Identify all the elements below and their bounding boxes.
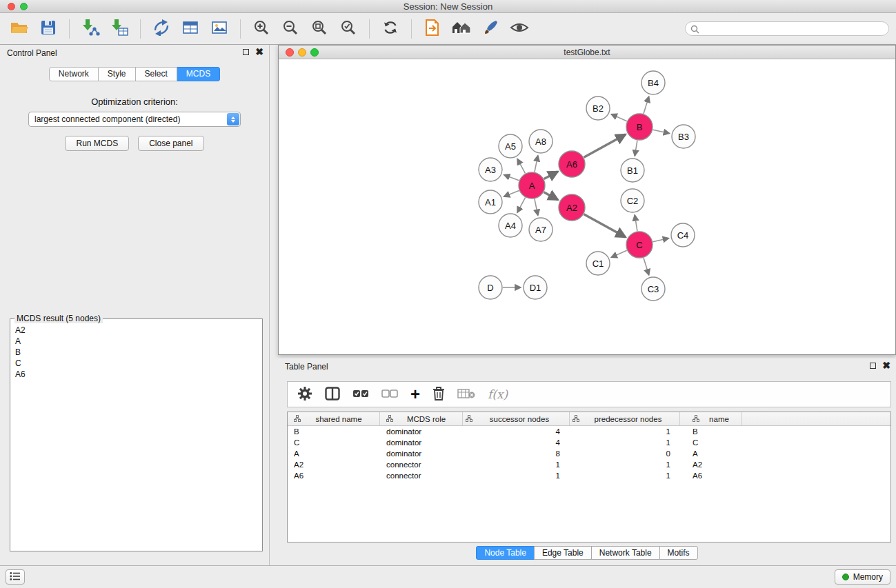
column-header-mcds-role[interactable]: MCDS role [380, 412, 463, 425]
edge-B-B1[interactable] [635, 141, 637, 156]
network-close-button[interactable] [286, 48, 294, 57]
tab-node-table[interactable]: Node Table [476, 546, 535, 560]
memory-button[interactable]: Memory [835, 569, 890, 585]
close-panel-icon[interactable]: ✖ [255, 48, 263, 56]
column-header-shared-name[interactable]: shared name [288, 412, 380, 425]
column-header-predecessor-nodes[interactable]: predecessor nodes [570, 412, 680, 425]
task-history-button[interactable] [6, 569, 25, 585]
graph-node-A[interactable]: A [519, 172, 545, 199]
import-network-button[interactable] [78, 17, 103, 41]
tab-style[interactable]: Style [99, 67, 136, 81]
close-panel-button[interactable]: Close panel [138, 136, 203, 151]
zoom-selected-button[interactable] [336, 17, 361, 41]
delete-column-button[interactable] [432, 384, 445, 405]
zoom-out-button[interactable] [278, 17, 303, 41]
table-row[interactable]: A6connector11A6 [288, 470, 890, 481]
export-image-button[interactable] [207, 17, 232, 41]
deselect-all-button[interactable] [381, 384, 398, 405]
graph-node-C[interactable]: C [626, 232, 653, 258]
float-table-panel-icon[interactable] [870, 363, 876, 369]
graph-node-A8[interactable]: A8 [529, 130, 552, 153]
edge-A-A4[interactable] [517, 198, 526, 213]
import-table-button[interactable] [107, 17, 132, 41]
column-header-successor-nodes[interactable]: successor nodes [463, 412, 570, 425]
graph-node-A6[interactable]: A6 [559, 151, 585, 177]
tab-select[interactable]: Select [136, 67, 177, 81]
delete-table-button[interactable] [457, 384, 475, 405]
refresh-button[interactable] [378, 17, 403, 41]
graph-node-D[interactable]: D [479, 276, 502, 299]
export-network-button[interactable] [149, 17, 174, 41]
edge-B-B2[interactable] [611, 114, 627, 121]
table-row[interactable]: Bdominator41B [288, 426, 890, 437]
home-view-button[interactable] [449, 17, 474, 41]
edge-C-C2[interactable] [635, 215, 637, 231]
graph-node-A7[interactable]: A7 [529, 218, 552, 241]
zoom-fit-button[interactable] [307, 17, 332, 41]
criterion-dropdown[interactable]: largest connected component (directed) [28, 112, 241, 127]
edge-A6-B[interactable] [584, 134, 626, 157]
table-row[interactable]: Cdominator41C [288, 437, 890, 448]
graph-node-A5[interactable]: A5 [499, 134, 522, 158]
edge-A-A8[interactable] [535, 156, 538, 172]
graph-node-B[interactable]: B [626, 114, 653, 140]
function-builder-button[interactable]: f(x) [488, 384, 508, 405]
edge-A-A2[interactable] [544, 192, 558, 200]
edge-B-B4[interactable] [644, 97, 649, 114]
graph-node-C3[interactable]: C3 [641, 277, 665, 301]
mcds-result-item[interactable]: A [12, 336, 261, 347]
close-table-panel-icon[interactable]: ✖ [882, 362, 890, 369]
graph-node-B2[interactable]: B2 [586, 97, 610, 120]
edge-C-C1[interactable] [611, 250, 627, 257]
tab-network[interactable]: Network [49, 67, 99, 81]
close-window-button[interactable] [8, 3, 15, 10]
search-input[interactable] [685, 21, 889, 36]
run-mcds-button[interactable]: Run MCDS [65, 136, 129, 151]
mcds-result-item[interactable]: A6 [12, 369, 261, 380]
graph-node-A4[interactable]: A4 [499, 214, 522, 237]
mcds-result-list[interactable]: A2ABCA6 [12, 325, 261, 549]
graph-node-D1[interactable]: D1 [524, 276, 547, 299]
edge-C-C3[interactable] [644, 258, 649, 275]
edge-A-A5[interactable] [517, 159, 525, 173]
select-all-button[interactable] [352, 384, 369, 405]
edge-A-A7[interactable] [535, 199, 538, 216]
edge-A-A3[interactable] [504, 175, 519, 181]
graph-node-B1[interactable]: B1 [621, 159, 644, 182]
graph-node-C2[interactable]: C2 [621, 189, 644, 212]
graph-node-C4[interactable]: C4 [671, 223, 695, 247]
network-zoom-button[interactable] [310, 48, 319, 57]
zoom-window-button[interactable] [20, 3, 28, 10]
first-neighbors-button[interactable] [420, 17, 445, 41]
graph-node-A2[interactable]: A2 [559, 194, 585, 221]
show-columns-button[interactable] [325, 384, 340, 405]
table-row[interactable]: Adominator80A [288, 448, 890, 459]
add-column-button[interactable]: + [410, 384, 420, 405]
table-row[interactable]: A2connector11A2 [288, 459, 890, 470]
network-minimize-button[interactable] [298, 48, 306, 57]
edge-A-A1[interactable] [504, 190, 519, 196]
edge-B-B3[interactable] [653, 130, 670, 133]
column-header-name[interactable]: name [680, 412, 742, 425]
network-canvas[interactable]: B4B2BB3A5A8A6B1A3AC2A1A2A4A7C4CC1C3DD1 [279, 59, 895, 354]
tab-mcds[interactable]: MCDS [177, 67, 220, 81]
network-window-titlebar[interactable]: testGlobe.txt [279, 45, 895, 59]
edge-A-A6[interactable] [544, 172, 558, 179]
export-table-button[interactable] [178, 17, 203, 41]
graph-node-B3[interactable]: B3 [672, 125, 695, 148]
zoom-in-button[interactable] [249, 17, 274, 41]
graph-node-B4[interactable]: B4 [641, 71, 665, 94]
apply-style-button[interactable] [478, 17, 503, 41]
show-details-button[interactable] [507, 17, 532, 41]
tab-network-table[interactable]: Network Table [591, 546, 660, 560]
table-settings-button[interactable] [297, 384, 312, 405]
graph-node-C1[interactable]: C1 [586, 252, 610, 275]
edge-A2-C[interactable] [584, 214, 626, 237]
tab-motifs[interactable]: Motifs [659, 546, 698, 560]
tab-edge-table[interactable]: Edge Table [534, 546, 592, 560]
edge-C-C4[interactable] [653, 239, 669, 242]
save-session-button[interactable] [36, 17, 61, 41]
mcds-result-item[interactable]: B [12, 347, 261, 358]
graph-node-A1[interactable]: A1 [479, 190, 502, 214]
float-panel-icon[interactable] [243, 49, 249, 55]
